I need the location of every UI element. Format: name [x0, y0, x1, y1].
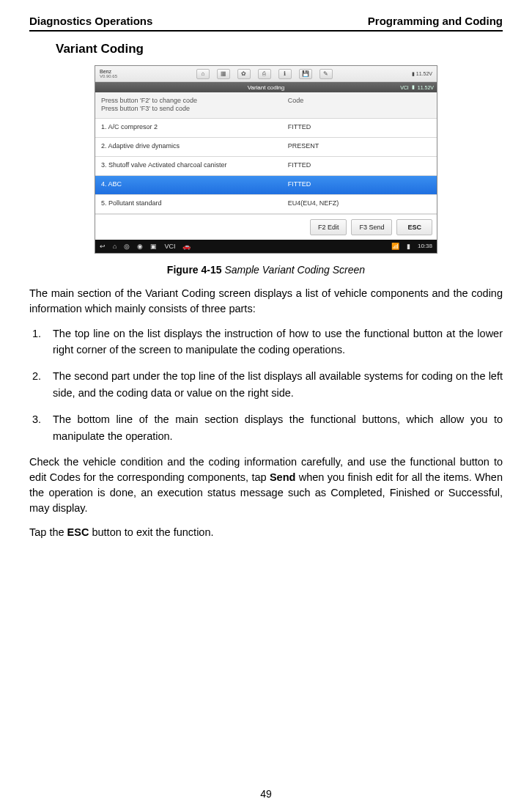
- home-icon[interactable]: ⌂: [196, 69, 210, 79]
- table-row[interactable]: 1. A/C compresor 2 FITTED: [95, 119, 437, 138]
- list-item: The top line on the list displays the in…: [29, 325, 503, 358]
- f2-edit-button[interactable]: F2 Edit: [310, 219, 347, 235]
- back-icon[interactable]: ↩: [100, 243, 106, 250]
- gear-icon[interactable]: ✿: [237, 69, 251, 79]
- figure-caption: Figure 4-15 Sample Variant Coding Screen: [29, 264, 503, 276]
- numbered-list: The top line on the list displays the in…: [29, 325, 503, 445]
- brand-label: Benz V0.90.65: [100, 69, 117, 78]
- intro-paragraph: The main section of the Variant Coding s…: [29, 286, 503, 317]
- screenshot-figure: Benz V0.90.65 ⌂ ▦ ✿ ⎙ ℹ 💾 ✎ ▮ 11.52V Var…: [95, 65, 437, 254]
- battery-indicator: ▮ 11.52V: [412, 71, 432, 77]
- wifi-icon: 📶: [391, 243, 399, 250]
- save-icon[interactable]: 💾: [299, 69, 312, 79]
- camera-icon[interactable]: ◉: [137, 243, 143, 250]
- edit-icon[interactable]: ✎: [319, 69, 333, 79]
- table-header-right: Code: [282, 92, 437, 118]
- android-navbar: ↩ ⌂ ◎ ◉ ▣ VCI 🚗 📶 ▮ 10:38: [95, 240, 437, 253]
- car-icon[interactable]: 🚗: [182, 243, 191, 250]
- app-icon[interactable]: ▣: [150, 243, 157, 250]
- nav-home-icon[interactable]: ⌂: [113, 243, 117, 250]
- list-item: The bottom line of the main section disp…: [29, 411, 503, 444]
- table-header-row: Press button 'F2' to change codePress bu…: [95, 92, 437, 119]
- screenshot-toolbar: Benz V0.90.65 ⌂ ▦ ✿ ⎙ ℹ 💾 ✎ ▮ 11.52V: [95, 66, 437, 82]
- coding-table: Press button 'F2' to change codePress bu…: [95, 92, 437, 214]
- browser-icon[interactable]: ◎: [124, 243, 130, 250]
- table-row-selected[interactable]: 4. ABC FITTED: [95, 176, 437, 195]
- table-row[interactable]: 5. Pollutant standard EU4(EU4, NEFZ): [95, 195, 437, 214]
- esc-button[interactable]: ESC: [396, 219, 432, 235]
- list-item: The second part under the top line of th…: [29, 368, 503, 401]
- page-header: Diagnostics Operations Programming and C…: [29, 15, 503, 32]
- vci-nav-icon[interactable]: VCI: [164, 243, 175, 250]
- print-icon[interactable]: ⎙: [258, 69, 271, 79]
- table-header-left: Press button 'F2' to change codePress bu…: [95, 92, 282, 118]
- toolbar-icons: ⌂ ▦ ✿ ⎙ ℹ 💾 ✎: [122, 69, 407, 79]
- screenshot-button-row: F2 Edit F3 Send ESC: [95, 214, 437, 240]
- battery-mini-icon: ▮: [412, 84, 415, 90]
- check-paragraph: Check the vehicle condition and the codi…: [29, 454, 503, 516]
- tap-esc-paragraph: Tap the ESC button to exit the function.: [29, 525, 503, 540]
- screenshot-titlebar: Variant coding VCI▮11.52V: [95, 82, 437, 92]
- battery-icon: ▮: [412, 71, 415, 77]
- section-title: Variant Coding: [56, 42, 503, 56]
- header-left: Diagnostics Operations: [29, 15, 152, 27]
- nav-battery-icon: ▮: [407, 243, 410, 250]
- grid-icon[interactable]: ▦: [217, 69, 230, 79]
- header-right: Programming and Coding: [368, 15, 503, 27]
- f3-send-button[interactable]: F3 Send: [351, 219, 392, 235]
- info-icon[interactable]: ℹ: [278, 69, 292, 79]
- table-row[interactable]: 3. Shutoff valve Activated charcoal cani…: [95, 157, 437, 176]
- clock: 10:38: [418, 243, 432, 249]
- table-row[interactable]: 2. Adaptive drive dynamics PRESENT: [95, 138, 437, 157]
- vci-indicator: VCI▮11.52V: [400, 84, 434, 90]
- page-number: 49: [0, 788, 532, 800]
